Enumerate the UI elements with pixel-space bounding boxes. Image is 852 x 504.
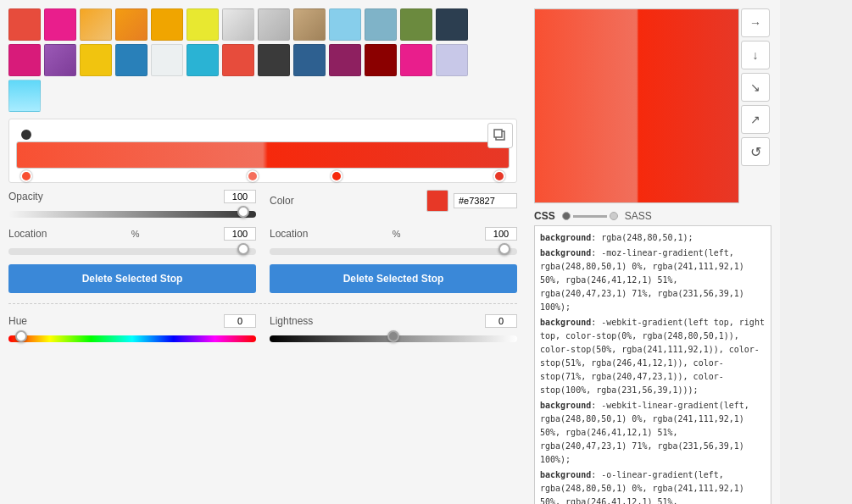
swatch[interactable] (436, 44, 468, 76)
swatch-row-2 (8, 44, 517, 76)
lightness-slider[interactable] (270, 333, 517, 345)
opacity-color-row: Opacity Color (8, 190, 517, 220)
swatch[interactable] (8, 8, 41, 41)
swatch[interactable] (115, 44, 148, 76)
swatch[interactable] (8, 80, 41, 112)
arrow-down-button[interactable]: ↓ (741, 41, 770, 69)
arrow-diag-down-button[interactable]: ↘ (741, 73, 770, 102)
swatch[interactable] (365, 44, 397, 76)
opacity-header: Opacity (8, 190, 256, 203)
toggle-dot-right (610, 212, 618, 220)
tab-toggle[interactable] (562, 212, 618, 220)
swatch-row-1 (8, 8, 517, 41)
stop-handle-2[interactable] (247, 170, 259, 182)
tab-css[interactable]: CSS (534, 210, 555, 222)
swatch[interactable] (151, 44, 183, 76)
location-left-header: Location % (8, 227, 256, 241)
code-box[interactable]: background: rgba(248,80,50,1); backgroun… (534, 225, 771, 504)
swatch[interactable] (187, 8, 219, 41)
opacity-group: Opacity (8, 190, 256, 220)
color-row: Color (270, 190, 517, 212)
swatch[interactable] (222, 44, 254, 76)
color-swatches (8, 8, 517, 112)
swatch[interactable] (293, 44, 326, 76)
css-sass-panel: CSS SASS background: rgba(248,80,50,1); … (534, 210, 771, 504)
stop-handle-1[interactable] (20, 170, 32, 182)
swatch[interactable] (365, 8, 397, 41)
preview-area: → ↓ ↘ ↗ ↺ (534, 8, 771, 203)
hue-value[interactable] (224, 314, 256, 328)
code-line-1: background: rgba(248,80,50,1); (540, 231, 766, 245)
swatch[interactable] (80, 8, 112, 41)
swatch[interactable] (258, 8, 290, 41)
location-right-group: Location % (270, 227, 517, 258)
code-key-5: background (540, 470, 591, 479)
gradient-bar[interactable] (16, 141, 510, 169)
lightness-group: Lightness (270, 314, 517, 345)
location-left-percent: % (131, 229, 140, 239)
swatch-row-3 (8, 80, 517, 112)
code-line-3: background: -webkit-gradient(left top, r… (540, 316, 766, 397)
swatch[interactable] (44, 8, 76, 41)
tab-sass[interactable]: SASS (625, 210, 652, 222)
swatch[interactable] (115, 8, 148, 41)
delete-left-group: Delete Selected Stop (8, 264, 256, 293)
delete-right-button[interactable]: Delete Selected Stop (270, 264, 517, 293)
swatch[interactable] (400, 44, 432, 76)
hue-lightness-row: Hue Lightness (8, 314, 517, 345)
swatch[interactable] (222, 8, 254, 41)
swatch[interactable] (329, 44, 361, 76)
refresh-button[interactable]: ↺ (741, 137, 770, 166)
color-label: Color (270, 195, 294, 207)
swatch[interactable] (80, 44, 112, 76)
stop-handle-3[interactable] (331, 170, 342, 182)
swatch[interactable] (258, 44, 290, 76)
side-buttons: → ↓ ↘ ↗ ↺ (741, 8, 771, 203)
svg-rect-1 (494, 130, 502, 137)
location-left-slider[interactable] (8, 246, 256, 258)
code-key-2: background (540, 248, 591, 258)
hue-slider[interactable] (8, 333, 256, 345)
arrow-right-button[interactable]: → (741, 8, 770, 37)
code-line-2: background: -moz-linear-gradient(left, r… (540, 246, 766, 314)
swatch[interactable] (436, 8, 468, 41)
copy-icon[interactable] (487, 123, 513, 148)
lightness-label: Lightness (270, 315, 313, 327)
color-group: Color (270, 190, 517, 220)
location-right-value[interactable] (485, 227, 517, 241)
code-key-3: background (540, 318, 591, 327)
opacity-slider[interactable] (8, 208, 256, 220)
swatch[interactable] (8, 44, 41, 76)
location-row: Location % Location % (8, 227, 517, 258)
arrow-diag-up-button[interactable]: ↗ (741, 105, 770, 134)
hex-input[interactable] (454, 193, 517, 208)
code-line-5: background: -o-linear-gradient(left, rgb… (540, 468, 766, 504)
lightness-value[interactable] (485, 314, 517, 328)
swatch[interactable] (329, 8, 361, 41)
opacity-value[interactable] (224, 190, 256, 203)
color-swatch[interactable] (426, 190, 448, 212)
location-left-group: Location % (8, 227, 256, 258)
toggle-line (573, 215, 607, 218)
top-handle-left[interactable] (21, 130, 31, 140)
swatch[interactable] (400, 8, 432, 41)
swatch[interactable] (187, 44, 219, 76)
swatch[interactable] (44, 44, 76, 76)
swatch[interactable] (151, 8, 183, 41)
gradient-bar-container (16, 130, 510, 172)
code-key-1: background (540, 233, 591, 242)
delete-buttons-row: Delete Selected Stop Delete Selected Sto… (8, 264, 517, 293)
hue-group: Hue (8, 314, 256, 345)
gradient-editor (8, 119, 517, 183)
location-left-value[interactable] (224, 227, 256, 241)
swatch[interactable] (293, 8, 326, 41)
divider (8, 303, 517, 304)
stop-handle-4[interactable] (493, 170, 505, 182)
code-key-4: background (540, 401, 591, 410)
code-line-4: background: -webkit-linear-gradient(left… (540, 399, 766, 467)
location-right-slider[interactable] (270, 246, 517, 258)
delete-left-button[interactable]: Delete Selected Stop (8, 264, 256, 293)
location-right-percent: % (393, 229, 401, 239)
hue-label: Hue (8, 315, 27, 327)
toggle-dot-left (562, 212, 571, 220)
